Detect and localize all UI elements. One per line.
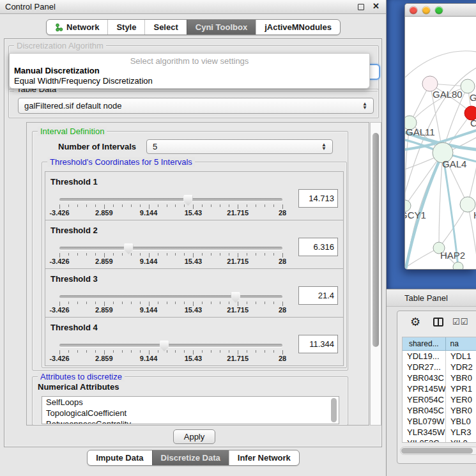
top-right-node[interactable] (461, 79, 475, 93)
table-row[interactable]: YER054CYER0 (403, 394, 476, 405)
tick-mark (265, 350, 265, 353)
column-header[interactable]: shared... (403, 337, 446, 351)
tab-style[interactable]: Style (107, 20, 144, 35)
slider-track[interactable] (59, 344, 282, 347)
table-panel-header: Table Panel (387, 289, 476, 307)
number-of-intervals-combo[interactable]: 5 ▲▼ (146, 139, 333, 154)
tab-discretize-data[interactable]: Discretize Data (152, 450, 229, 465)
tick-mark (211, 253, 211, 256)
tick-mark (59, 253, 60, 257)
tick-mark (265, 302, 265, 304)
bottom-tab-bar: Impute DataDiscretize DataInfer Network (0, 450, 387, 466)
tick-mark (229, 204, 229, 207)
table-hscrollbar-thumb[interactable] (401, 448, 473, 454)
apply-button[interactable]: Apply (173, 429, 215, 444)
table-row[interactable]: YDL19...YDL1 (403, 351, 476, 362)
tick-mark (95, 302, 96, 304)
threshold-value-field[interactable]: 6.316 (298, 238, 338, 256)
tick-mark (256, 253, 256, 256)
attribute-item-betweennesscentrality[interactable]: BetweennessCentrality (42, 418, 339, 424)
table-data-fieldset: Table Data galFiltered.sif default node … (8, 89, 379, 118)
threshold-value-field[interactable]: 14.713 (298, 189, 338, 208)
bottom-node[interactable] (453, 262, 463, 270)
columns-icon[interactable] (433, 318, 443, 326)
tick-mark (122, 204, 123, 207)
network-canvas[interactable]: GAL80GACGAL11GAL4GCY1HHAP2 (405, 17, 476, 270)
tab-cyni-toolbox[interactable]: Cyni Toolbox (187, 20, 256, 35)
network-edge[interactable] (405, 51, 476, 77)
attribute-item-selfloops[interactable]: SelfLoops (42, 397, 339, 408)
table-row[interactable]: YPR145WYPR1 (403, 383, 476, 394)
minimize-traffic-light-icon[interactable] (422, 6, 430, 14)
attribute-item-topologicalcoefficient[interactable]: TopologicalCoefficient (42, 408, 339, 418)
column-header[interactable]: na (446, 337, 476, 351)
slider-track[interactable] (59, 295, 282, 298)
tab-select[interactable]: Select (144, 20, 186, 35)
tick-mark (131, 253, 132, 256)
threshold-slider[interactable]: -3.4262.8599.14415.4321.71528 (59, 341, 282, 364)
threshold-row-threshold-2: Threshold 2-3.4262.8599.14415.4321.71528… (45, 220, 344, 269)
table-row[interactable]: YBL079WYBL0 (403, 416, 476, 427)
tab-jactivemnodules[interactable]: jActiveMNodules (256, 20, 340, 35)
table-row[interactable]: YDR27...YDR2 (403, 362, 476, 372)
table-row[interactable]: YBR043CYBR0 (403, 372, 476, 383)
table-row[interactable]: YLR345WYLR3 (403, 427, 476, 438)
number-of-intervals-label: Number of Intervals (58, 142, 136, 151)
table-row[interactable]: YIL052CYIL0 (403, 438, 476, 443)
threshold-value-field[interactable]: 21.4 (298, 286, 338, 305)
close-icon[interactable]: ✕ (372, 1, 380, 11)
tick-label: 2.859 (95, 257, 113, 265)
thresholds-title: Threshold's Coordinates for 5 Intervals (47, 157, 195, 167)
zoom-traffic-light-icon[interactable] (435, 6, 443, 14)
dropdown-hint-item[interactable]: Select algorithm to view settings (10, 54, 369, 66)
algorithm-dropdown-popup: Select algorithm to view settings Manual… (9, 53, 370, 89)
tick-mark (202, 204, 203, 207)
network-window-titlebar[interactable] (405, 4, 476, 17)
settings-scrollbar[interactable] (370, 122, 381, 426)
table-row[interactable]: YBR045CYBR0 (403, 405, 476, 416)
tick-mark (158, 350, 158, 353)
tick-mark (149, 253, 150, 257)
interval-definition-fieldset: Interval Definition Number of Intervals … (32, 131, 348, 371)
tick-label: 2.859 (95, 306, 113, 314)
threshold-slider[interactable]: -3.4262.8599.14415.4321.71528 (59, 243, 282, 266)
tick-mark (175, 350, 176, 353)
control-panel-window: Control Panel ✕ NetworkStyleSelectCyni T… (0, 0, 387, 476)
tab-infer-network[interactable]: Infer Network (229, 450, 299, 465)
slider-track[interactable] (59, 198, 282, 201)
tick-mark (220, 204, 220, 207)
attributes-fieldset: Attributes to discretize Numerical Attri… (32, 376, 348, 426)
close-traffic-light-icon[interactable] (410, 6, 417, 14)
slider-track[interactable] (59, 247, 282, 250)
tick-mark (175, 302, 176, 304)
tick-mark (273, 204, 274, 207)
settings-scrollbar-thumb[interactable] (372, 133, 379, 347)
tick-label: 9.144 (140, 355, 158, 362)
tick-mark (113, 350, 114, 353)
tab-network[interactable]: Network (47, 20, 107, 35)
tick-label: 21.715 (227, 209, 249, 217)
table-data-combo[interactable]: galFiltered.sif default node ▲▼ (18, 98, 374, 114)
numerical-attributes-list[interactable]: SelfLoopsTopologicalCoefficientBetweenne… (42, 396, 339, 424)
tick-mark (104, 302, 105, 306)
node-label-gcy1: GCY1 (405, 210, 426, 220)
select-columns-icon[interactable]: ☑☑ (452, 317, 468, 326)
threshold-slider[interactable]: -3.4262.8599.14415.4321.71528 (59, 292, 282, 315)
tick-mark (211, 302, 211, 304)
tab-impute-data[interactable]: Impute Data (88, 450, 151, 465)
table-cell: YIL0 (446, 438, 476, 443)
float-window-icon[interactable] (358, 4, 364, 10)
tick-label: 15.43 (185, 355, 203, 362)
table-cell: YBL0 (446, 416, 476, 427)
tick-mark (167, 302, 167, 304)
tick-mark (68, 350, 69, 353)
threshold-value-field[interactable]: 11.344 (298, 335, 338, 353)
table-hscrollbar[interactable] (400, 447, 476, 455)
dropdown-option-manual-discretization[interactable]: Manual Discretization (10, 66, 369, 76)
gear-icon[interactable]: ⚙ (410, 315, 420, 329)
thresholds-fieldset: Threshold's Coordinates for 5 Intervals … (42, 162, 347, 368)
dropdown-option-equal-width-frequency-discretization[interactable]: Equal Width/Frequency Discretization (10, 76, 369, 86)
threshold-label: Threshold 3 (50, 274, 98, 284)
threshold-slider[interactable]: -3.4262.8599.14415.4321.71528 (59, 195, 282, 218)
list-scrollbar-thumb[interactable] (331, 398, 337, 422)
